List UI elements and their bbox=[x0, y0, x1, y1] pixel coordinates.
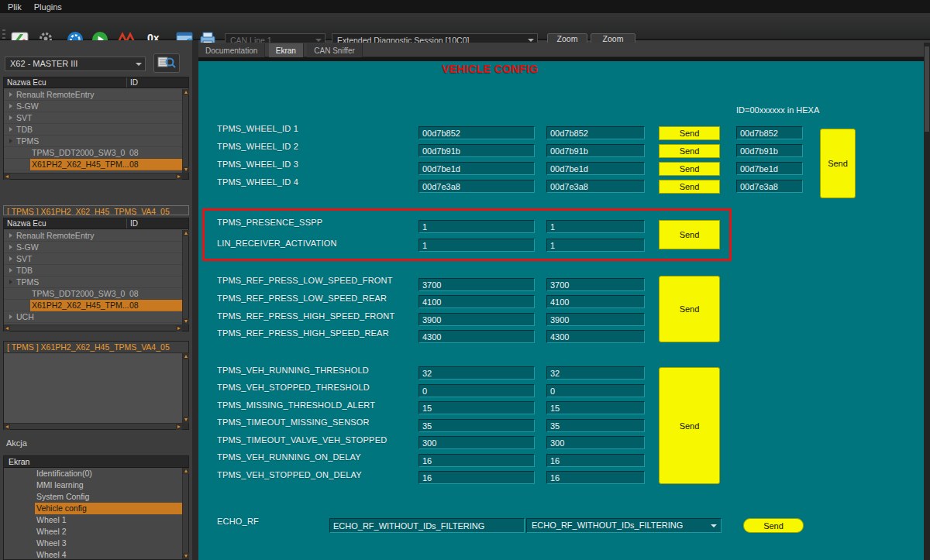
scroll-down-icon[interactable] bbox=[183, 318, 189, 325]
panel-horizontal-scrollbar[interactable] bbox=[4, 173, 182, 179]
ekran-item-wheel-4[interactable]: Wheel 4 bbox=[4, 549, 182, 559]
veh-stopped-threshold-input[interactable] bbox=[418, 384, 535, 397]
scroll-down-icon[interactable] bbox=[183, 553, 189, 559]
timeout-missing-sensor-input[interactable] bbox=[418, 419, 535, 432]
wheel-id-2-input[interactable] bbox=[418, 144, 535, 157]
wheel-id-1-hexa[interactable] bbox=[736, 126, 803, 139]
ref-press-low-front-input[interactable] bbox=[418, 278, 535, 291]
tree-item-sgw[interactable]: S-GW bbox=[4, 101, 182, 112]
tree-item-tdb[interactable]: TDB bbox=[4, 265, 182, 277]
scroll-right-icon[interactable] bbox=[176, 424, 182, 430]
tree-item-tpms[interactable]: TPMS bbox=[4, 136, 182, 147]
wheel-id-1-input[interactable] bbox=[418, 126, 535, 139]
scroll-up-icon[interactable] bbox=[183, 468, 189, 474]
panel-vertical-scrollbar[interactable] bbox=[182, 353, 188, 423]
menu-plik[interactable]: Plik bbox=[8, 2, 22, 12]
veh-running-on-delay-current[interactable] bbox=[546, 454, 645, 467]
wheel-id-4-current[interactable] bbox=[546, 180, 645, 193]
wheel-id-4-input[interactable] bbox=[418, 180, 535, 193]
tab-documentation[interactable]: Documentation bbox=[198, 43, 265, 58]
wheel-id-2-current[interactable] bbox=[546, 144, 645, 157]
wheel-id-3-current[interactable] bbox=[546, 162, 645, 175]
panel-vertical-scrollbar[interactable] bbox=[182, 230, 188, 325]
panel-vertical-scrollbar[interactable] bbox=[182, 89, 188, 173]
scroll-down-icon[interactable] bbox=[183, 417, 189, 423]
ref-press-low-rear-input[interactable] bbox=[418, 295, 535, 308]
ref-press-high-rear-input[interactable] bbox=[418, 330, 535, 343]
veh-stopped-threshold-current[interactable] bbox=[546, 384, 645, 397]
lin-receiver-activation-current[interactable] bbox=[546, 239, 645, 252]
echo-rf-input[interactable] bbox=[329, 518, 525, 533]
scroll-up-icon[interactable] bbox=[183, 230, 189, 236]
send-wheel-1-button[interactable]: Send bbox=[659, 126, 720, 140]
sidebar-splitter[interactable] bbox=[192, 40, 198, 560]
tree-item-uch[interactable]: UCH bbox=[4, 311, 182, 323]
panel-horizontal-scrollbar[interactable] bbox=[4, 423, 182, 429]
missing-threshold-alert-current[interactable] bbox=[546, 401, 645, 414]
tree-item-x61ph2-selected[interactable]: X61PH2_X62_H45_TPM...08 bbox=[4, 300, 182, 311]
scroll-down-icon[interactable] bbox=[183, 167, 189, 173]
ekran-item-mmi-learning[interactable]: MMI learning bbox=[4, 479, 182, 491]
tab-can-sniffer[interactable]: CAN Sniffer bbox=[307, 43, 363, 58]
scroll-right-icon[interactable] bbox=[176, 325, 182, 332]
veh-running-on-delay-input[interactable] bbox=[418, 454, 535, 467]
veh-stopped-on-delay-input[interactable] bbox=[418, 471, 535, 484]
send-wheel-2-button[interactable]: Send bbox=[659, 144, 720, 158]
veh-running-threshold-input[interactable] bbox=[418, 366, 535, 380]
presence-sspp-input[interactable] bbox=[418, 220, 535, 233]
panel-horizontal-scrollbar[interactable] bbox=[4, 325, 182, 331]
ref-press-high-front-current[interactable] bbox=[546, 313, 645, 326]
ekran-item-vehicle-config-selected[interactable]: Vehicle config bbox=[4, 503, 182, 514]
send-wheel-3-button[interactable]: Send bbox=[659, 162, 720, 176]
send-echo-rf-button[interactable]: Send bbox=[743, 518, 804, 533]
scroll-up-icon[interactable] bbox=[183, 353, 189, 359]
veh-running-threshold-current[interactable] bbox=[546, 366, 645, 380]
scroll-left-icon[interactable] bbox=[4, 173, 10, 180]
tree-item-tpms-ddt2000[interactable]: TPMS_DDT2000_SW3_008 bbox=[4, 147, 182, 159]
panel-vertical-scrollbar[interactable] bbox=[182, 468, 188, 559]
menu-plugins[interactable]: Plugins bbox=[34, 2, 62, 12]
echo-rf-select[interactable]: ECHO_RF_WITHOUT_IDs_FILTERING bbox=[526, 518, 722, 533]
wheel-id-3-input[interactable] bbox=[418, 162, 535, 175]
scrollbar-thumb[interactable] bbox=[925, 46, 929, 132]
tree-item-renault-remoteentry[interactable]: Renault RemoteEntry bbox=[4, 89, 182, 101]
send-all-wheel-ids-button[interactable]: Send bbox=[820, 129, 856, 198]
tree-item-tpms[interactable]: TPMS bbox=[4, 277, 182, 288]
tree-item-svt[interactable]: SVT bbox=[4, 253, 182, 265]
scroll-left-icon[interactable] bbox=[4, 424, 10, 430]
ecu-scan-button[interactable] bbox=[153, 53, 180, 73]
ref-press-high-front-input[interactable] bbox=[418, 313, 535, 326]
tree-item-svt[interactable]: SVT bbox=[4, 112, 182, 124]
timeout-valve-veh-stopped-input[interactable] bbox=[418, 436, 535, 449]
ecu-model-select[interactable]: X62 - MASTER III bbox=[5, 57, 146, 71]
timeout-valve-veh-stopped-current[interactable] bbox=[546, 436, 645, 449]
tree-item-sgw[interactable]: S-GW bbox=[4, 242, 182, 253]
ref-press-high-rear-current[interactable] bbox=[546, 330, 645, 343]
main-scrollbar[interactable] bbox=[924, 43, 930, 560]
tree-item-tpms-ddt2000[interactable]: TPMS_DDT2000_SW3_008 bbox=[4, 288, 182, 300]
veh-stopped-on-delay-current[interactable] bbox=[546, 471, 645, 484]
scroll-left-icon[interactable] bbox=[4, 325, 10, 332]
lin-receiver-activation-input[interactable] bbox=[418, 239, 535, 252]
tree-item-x61ph2-selected[interactable]: X61PH2_X62_H45_TPM...08 bbox=[4, 159, 182, 170]
send-presence-button[interactable]: Send bbox=[659, 220, 720, 249]
ekran-item-system-config[interactable]: System Config bbox=[4, 491, 182, 503]
send-thresholds-button[interactable]: Send bbox=[659, 367, 720, 484]
send-ref-press-button[interactable]: Send bbox=[659, 276, 720, 342]
wheel-id-3-hexa[interactable] bbox=[736, 162, 803, 175]
ref-press-low-rear-current[interactable] bbox=[546, 295, 645, 308]
tab-ekran[interactable]: Ekran bbox=[269, 43, 304, 58]
missing-threshold-alert-input[interactable] bbox=[418, 401, 535, 414]
ekran-item-wheel-2[interactable]: Wheel 2 bbox=[4, 526, 182, 538]
timeout-missing-sensor-current[interactable] bbox=[546, 419, 645, 432]
wheel-id-2-hexa[interactable] bbox=[736, 144, 803, 157]
wheel-id-1-current[interactable] bbox=[546, 126, 645, 139]
send-wheel-4-button[interactable]: Send bbox=[659, 180, 720, 194]
ekran-item-wheel-1[interactable]: Wheel 1 bbox=[4, 514, 182, 526]
wheel-id-4-hexa[interactable] bbox=[736, 180, 803, 193]
scroll-right-icon[interactable] bbox=[176, 173, 182, 180]
presence-sspp-current[interactable] bbox=[546, 220, 645, 233]
tree-item-renault-remoteentry[interactable]: Renault RemoteEntry bbox=[4, 230, 182, 242]
ekran-item-wheel-3[interactable]: Wheel 3 bbox=[4, 538, 182, 549]
ref-press-low-front-current[interactable] bbox=[546, 278, 645, 291]
